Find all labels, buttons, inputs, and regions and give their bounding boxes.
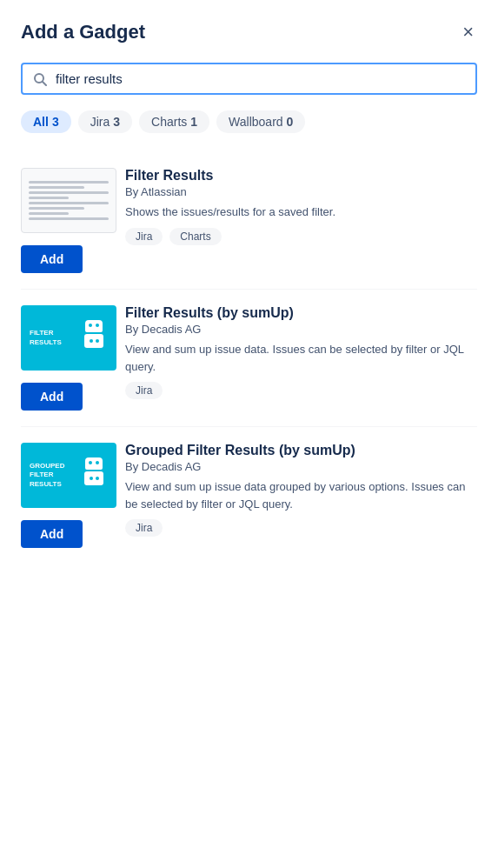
tab-charts[interactable]: Charts 1 (139, 110, 209, 133)
tab-charts-label: Charts (151, 115, 187, 129)
close-button[interactable]: × (459, 17, 477, 47)
gadget-author: By Decadis AG (125, 460, 477, 473)
tag-jira: Jira (125, 382, 163, 399)
gadget-description: View and sum up issue data grouped by va… (125, 478, 477, 512)
gadget-info: Filter Results (by sumUp) By Decadis AG … (125, 305, 477, 399)
list-item: Add Filter Results By Atlassian Shows th… (21, 152, 477, 290)
gadget-thumb-filter-sumup: FILTERRESULTS Add (21, 305, 125, 411)
thumb-line (29, 181, 109, 184)
thumb-line (29, 207, 84, 210)
tab-wallboard-count: 0 (287, 115, 294, 129)
robot-icon (80, 457, 108, 494)
gadget-name: Filter Results (by sumUp) (125, 305, 477, 321)
robot-dot (96, 477, 99, 480)
tab-all[interactable]: All 3 (21, 110, 71, 133)
robot-head (85, 320, 103, 332)
robot-icon (80, 320, 108, 357)
gadget-thumb-grouped-sumup: GROUPEDFILTERRESULTS Add (21, 443, 125, 548)
gadget-name: Grouped Filter Results (by sumUp) (125, 443, 477, 458)
tab-all-count: 3 (52, 115, 59, 129)
tab-charts-count: 1 (190, 115, 197, 129)
thumb-line (29, 197, 69, 199)
tag-charts: Charts (169, 228, 221, 245)
gadget-thumbnail: GROUPEDFILTERRESULTS (21, 443, 116, 508)
robot-eye-right (96, 324, 99, 327)
tab-wallboard[interactable]: Wallboard 0 (216, 110, 305, 133)
list-item: GROUPEDFILTERRESULTS Add Gr (21, 427, 477, 564)
robot-dot (90, 477, 93, 480)
tag-jira: Jira (125, 519, 163, 537)
thumb-teal-text: GROUPEDFILTERRESULTS (30, 462, 64, 489)
tab-jira-count: 3 (113, 115, 120, 129)
robot-eye-left (89, 461, 92, 464)
robot-body (84, 334, 103, 348)
tag-jira: Jira (125, 228, 163, 245)
robot-body (84, 471, 103, 485)
robot-dot (90, 339, 93, 343)
robot-eye-right (96, 461, 99, 464)
search-box (21, 63, 477, 95)
add-button[interactable]: Add (21, 245, 83, 273)
list-item: FILTERRESULTS Add Filter Re (21, 290, 477, 427)
modal-header: Add a Gadget × (21, 17, 477, 47)
tab-jira-label: Jira (90, 115, 110, 129)
add-button[interactable]: Add (21, 383, 83, 411)
tab-jira[interactable]: Jira 3 (78, 110, 132, 133)
search-icon (33, 72, 47, 86)
thumb-line (29, 212, 69, 215)
gadget-info: Filter Results By Atlassian Shows the is… (125, 168, 477, 245)
gadget-name: Filter Results (125, 168, 477, 184)
gadget-tags: Jira Charts (125, 228, 477, 245)
modal-title: Add a Gadget (21, 21, 145, 43)
gadget-tags: Jira (125, 382, 477, 399)
gadget-info: Grouped Filter Results (by sumUp) By Dec… (125, 443, 477, 537)
gadget-thumbnail: FILTERRESULTS (21, 305, 116, 371)
gadget-author: By Atlassian (125, 185, 477, 198)
gadget-author: By Decadis AG (125, 323, 477, 336)
thumb-teal-text: FILTERRESULTS (30, 329, 62, 347)
gadget-thumb-filter-results: Add (21, 168, 125, 273)
thumb-line (29, 186, 84, 189)
robot-eye-left (89, 324, 92, 327)
robot-dot (96, 339, 99, 343)
thumb-line (29, 217, 109, 220)
tab-all-label: All (33, 115, 49, 129)
thumb-line (29, 202, 109, 204)
thumb-line (29, 191, 109, 194)
search-input[interactable] (56, 71, 465, 86)
add-gadget-modal: Add a Gadget × All 3 Jira 3 Charts 1 Wal… (0, 0, 498, 868)
robot-head (85, 457, 103, 470)
svg-line-1 (43, 82, 46, 85)
gadget-tags: Jira (125, 519, 477, 537)
gadget-description: Shows the issues/results for a saved fil… (125, 204, 477, 221)
add-button[interactable]: Add (21, 520, 83, 548)
gadget-list: Add Filter Results By Atlassian Shows th… (21, 152, 477, 564)
tab-wallboard-label: Wallboard (229, 115, 283, 129)
gadget-thumbnail (21, 168, 116, 233)
gadget-description: View and sum up issue data. Issues can b… (125, 341, 477, 375)
filter-tabs: All 3 Jira 3 Charts 1 Wallboard 0 (21, 110, 477, 133)
